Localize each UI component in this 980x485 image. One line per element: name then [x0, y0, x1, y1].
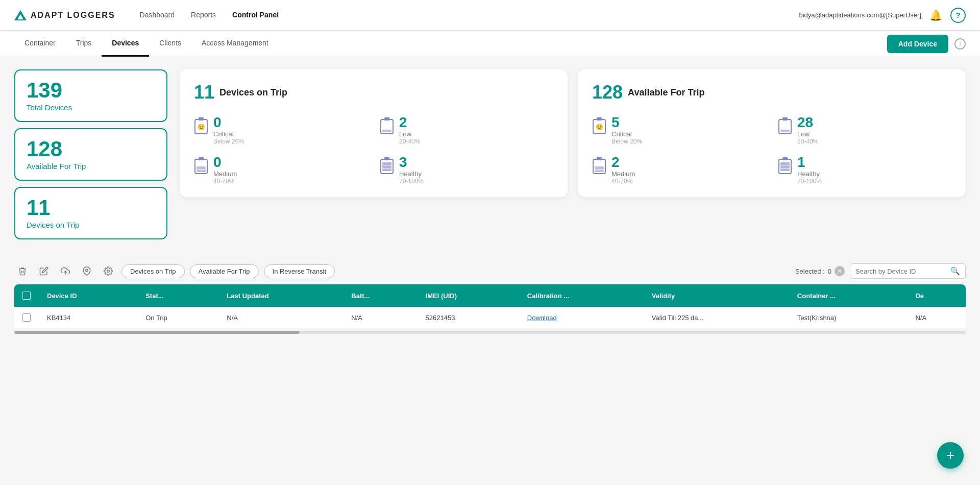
available-low-count: 28: [797, 115, 818, 130]
logo-icon: [14, 10, 27, 20]
available-critical-label: Critical: [611, 130, 642, 138]
logo-text: ADAPT LOGGERS: [31, 11, 115, 20]
scroll-thumb: [14, 331, 300, 334]
selected-count-value: 0: [828, 268, 831, 275]
total-devices-card[interactable]: 139 Total Devices: [14, 69, 167, 122]
on-trip-medium: 0 Medium 40-70%: [194, 155, 368, 185]
available-medium-label: Medium: [611, 170, 635, 178]
logo: ADAPT LOGGERS: [14, 10, 115, 20]
table-col-last-updated: Last Updated: [218, 284, 343, 307]
nav-reports[interactable]: Reports: [191, 1, 216, 30]
avail-critical-battery-icon: 😟: [592, 116, 606, 137]
table-col-imei: IMEI (UID): [418, 284, 519, 307]
on-trip-healthy-count: 3: [399, 155, 424, 169]
svg-rect-4: [384, 117, 389, 120]
add-device-button[interactable]: Add Device: [887, 35, 948, 53]
battery-on-trip-grid: 😟 0 Critical Below 20%: [194, 115, 553, 185]
svg-point-32: [107, 270, 110, 273]
battery-on-trip-card: 11 Devices on Trip 😟 0 Critical Below 20…: [180, 69, 568, 197]
tab-clients[interactable]: Clients: [149, 31, 191, 57]
available-for-trip-card[interactable]: 128 Available For Trip: [14, 128, 167, 181]
total-devices-number: 139: [27, 80, 155, 101]
location-button[interactable]: [79, 263, 95, 279]
main-nav: Dashboard Reports Control Panel: [140, 1, 799, 30]
battery-available-grid: 😟 5 Critical Below 20%: [592, 115, 951, 185]
filter-available-for-trip[interactable]: Available For Trip: [190, 264, 259, 278]
svg-rect-1: [199, 117, 204, 120]
tab-access-management[interactable]: Access Management: [191, 31, 279, 57]
avail-healthy-battery-icon: [778, 156, 792, 177]
upload-button[interactable]: [57, 263, 74, 279]
on-trip-low-range: 20-40%: [399, 138, 420, 145]
battery-cards: 11 Devices on Trip 😟 0 Critical Below 20…: [180, 69, 966, 197]
stats-row: 139 Total Devices 128 Available For Trip…: [14, 69, 966, 239]
available-critical-count: 5: [611, 115, 642, 130]
help-button[interactable]: ?: [950, 8, 966, 23]
tab-devices[interactable]: Devices: [102, 31, 149, 57]
svg-rect-24: [595, 169, 604, 172]
selected-count: Selected : 0 ✕: [795, 266, 845, 276]
svg-rect-29: [780, 168, 790, 171]
search-box: 🔍: [850, 263, 966, 279]
on-trip-medium-count: 0: [213, 155, 237, 169]
sub-nav: Container Trips Devices Clients Access M…: [0, 31, 980, 57]
row-checkbox[interactable]: [22, 313, 31, 322]
available-healthy-label: Healthy: [797, 170, 822, 178]
main-content: 139 Total Devices 128 Available For Trip…: [0, 57, 980, 346]
available-for-trip-label: Available For Trip: [27, 162, 155, 171]
nav-control-panel[interactable]: Control Panel: [232, 1, 279, 30]
on-trip-critical-range: Below 20%: [213, 138, 244, 145]
calibration-download-link[interactable]: Download: [527, 314, 557, 322]
devices-on-trip-label: Devices on Trip: [27, 221, 155, 229]
select-all-checkbox[interactable]: [22, 292, 31, 300]
devices-on-trip-number: 11: [27, 197, 155, 219]
tab-trips[interactable]: Trips: [66, 31, 102, 57]
table-wrapper: Device ID Stat... Last Updated Batt... I…: [14, 284, 966, 329]
medium-battery-icon: [194, 156, 208, 177]
table-col-checkbox: [14, 284, 39, 307]
critical-battery-icon: 😟: [194, 116, 208, 137]
svg-rect-11: [384, 157, 389, 160]
devices-on-trip-card[interactable]: 11 Devices on Trip: [14, 187, 167, 239]
table-scroll[interactable]: Device ID Stat... Last Updated Batt... I…: [14, 279, 966, 334]
row-de: N/A: [907, 307, 966, 329]
svg-rect-7: [199, 157, 204, 160]
filter-in-reverse-transit[interactable]: In Reverse Transit: [264, 264, 335, 278]
info-icon[interactable]: i: [954, 38, 966, 50]
on-trip-healthy-range: 70-100%: [399, 178, 424, 185]
row-device-id: KB4134: [39, 307, 137, 329]
settings-button[interactable]: [100, 263, 116, 279]
battery-on-trip-title: Devices on Trip: [219, 87, 287, 98]
row-checkbox-cell: [14, 307, 39, 329]
row-calibration: Download: [519, 307, 644, 329]
on-trip-low: 2 Low 20-40%: [380, 115, 553, 145]
svg-rect-9: [197, 169, 206, 172]
clear-selection-button[interactable]: ✕: [835, 266, 845, 276]
delete-button[interactable]: [14, 263, 31, 279]
scroll-indicator[interactable]: [14, 331, 966, 334]
tab-container[interactable]: Container: [14, 31, 66, 57]
filter-devices-on-trip[interactable]: Devices on Trip: [121, 264, 185, 278]
edit-button[interactable]: [36, 263, 52, 279]
main-header: ADAPT LOGGERS Dashboard Reports Control …: [0, 0, 980, 31]
available-for-trip-number: 128: [27, 138, 155, 160]
svg-text:😟: 😟: [596, 123, 603, 131]
notification-bell-icon[interactable]: 🔔: [929, 9, 942, 21]
svg-rect-5: [382, 130, 391, 132]
available-medium: 2 Medium 40-70%: [592, 155, 766, 185]
search-input[interactable]: [855, 268, 947, 275]
battery-available-header: 128 Available For Trip: [592, 82, 951, 103]
total-devices-label: Total Devices: [27, 103, 155, 112]
svg-rect-12: [382, 162, 391, 165]
nav-dashboard[interactable]: Dashboard: [140, 1, 175, 30]
table-col-device-id: Device ID: [39, 284, 137, 307]
svg-rect-23: [595, 166, 604, 169]
svg-rect-13: [382, 165, 391, 168]
healthy-battery-icon: [380, 156, 394, 177]
available-healthy-range: 70-100%: [797, 178, 822, 185]
svg-text:😟: 😟: [198, 123, 205, 131]
available-low: 28 Low 20-40%: [778, 115, 951, 145]
svg-rect-19: [782, 117, 788, 120]
battery-on-trip-header: 11 Devices on Trip: [194, 82, 553, 103]
available-low-range: 20-40%: [797, 138, 818, 145]
